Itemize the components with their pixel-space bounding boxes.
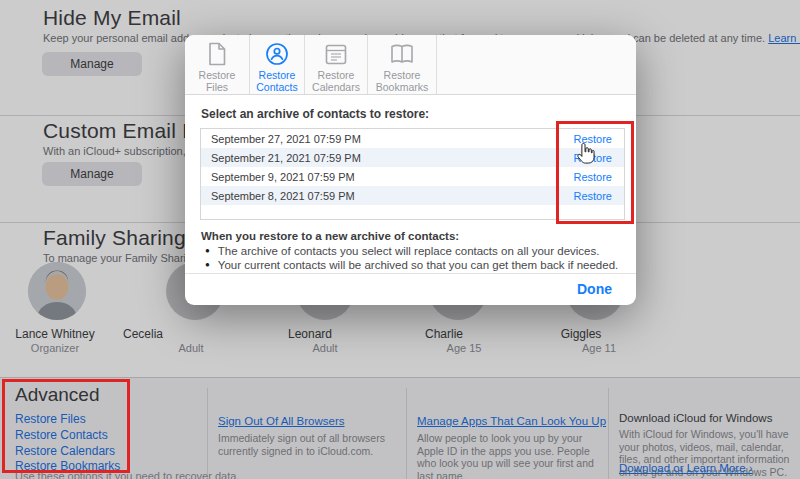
restore-archive-link[interactable]: Restore xyxy=(573,152,612,164)
restore-tab-bar: Restore Files Restore Contacts Restore C… xyxy=(185,35,636,95)
done-button[interactable]: Done xyxy=(571,280,618,298)
archive-row: September 27, 2021 07:59 PM Restore xyxy=(201,129,624,148)
restore-notes-title: When you restore to a new archive of con… xyxy=(201,230,459,242)
archive-row: September 9, 2021 07:59 PM Restore xyxy=(201,167,624,186)
tab-label: Restore Calendars xyxy=(308,69,364,93)
restore-archive-link[interactable]: Restore xyxy=(573,133,612,145)
archive-date: September 27, 2021 07:59 PM xyxy=(211,133,361,145)
modal-footer-divider xyxy=(185,273,636,274)
book-icon xyxy=(389,42,415,66)
tab-label: Restore Contacts xyxy=(249,69,305,93)
restore-note: ●The archive of contacts you select will… xyxy=(205,245,599,257)
tab-label: Restore Files xyxy=(189,69,245,93)
calendar-icon xyxy=(324,42,348,66)
restore-note: ●Your current contacts will be archived … xyxy=(205,259,618,271)
archive-prompt: Select an archive of contacts to restore… xyxy=(201,107,429,121)
tab-restore-calendars[interactable]: Restore Calendars xyxy=(305,35,368,94)
restore-contacts-dialog: Restore Files Restore Contacts Restore C… xyxy=(185,35,636,305)
archive-date: September 8, 2021 07:59 PM xyxy=(211,190,355,202)
bullet-dot: ● xyxy=(205,246,210,255)
bullet-dot: ● xyxy=(205,260,210,269)
archive-row: September 8, 2021 07:59 PM Restore xyxy=(201,186,624,205)
document-icon xyxy=(207,42,228,66)
tab-restore-bookmarks[interactable]: Restore Bookmarks xyxy=(368,35,437,94)
archive-row: September 21, 2021 07:59 PM Restore xyxy=(201,148,624,167)
archive-table: September 27, 2021 07:59 PM Restore Sept… xyxy=(200,128,625,220)
tab-restore-contacts[interactable]: Restore Contacts xyxy=(250,35,305,94)
archive-date: September 21, 2021 07:59 PM xyxy=(211,152,361,164)
restore-archive-link[interactable]: Restore xyxy=(573,171,612,183)
contacts-icon xyxy=(265,42,289,66)
tab-restore-files[interactable]: Restore Files xyxy=(185,35,250,94)
tab-label: Restore Bookmarks xyxy=(374,69,430,93)
restore-archive-link[interactable]: Restore xyxy=(573,190,612,202)
archive-date: September 9, 2021 07:59 PM xyxy=(211,171,355,183)
